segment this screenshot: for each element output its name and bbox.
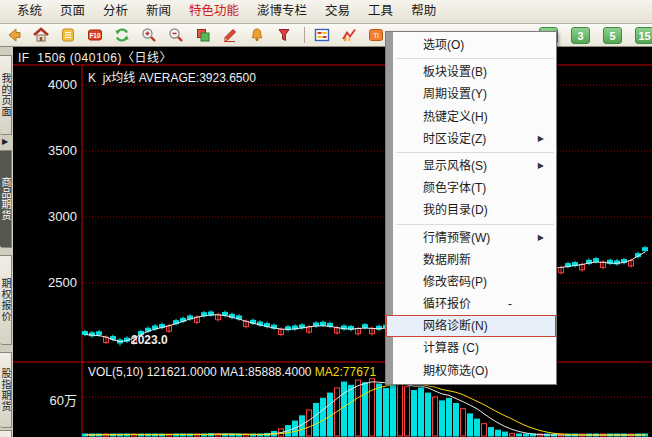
period-button-5[interactable]: 5 xyxy=(603,27,622,44)
svg-text:F10: F10 xyxy=(89,32,101,39)
menu-item-my-directory[interactable]: 我的目录(D) xyxy=(386,199,556,221)
notepad-icon[interactable] xyxy=(59,26,77,44)
chart-header: IF 1506 (040106)〈日线〉 xyxy=(18,48,172,65)
menu-separator xyxy=(396,224,554,225)
sidebar-expand-icon[interactable]: ▶ xyxy=(2,137,8,146)
volume-layer xyxy=(83,379,648,436)
f10-icon[interactable]: F10 xyxy=(86,26,104,44)
sidebar-tab-my-pages[interactable]: 我的页面 xyxy=(0,55,12,135)
menubar-item-help[interactable]: 帮助 xyxy=(402,0,445,23)
svg-text:Ti: Ti xyxy=(373,32,379,39)
sidebar-tab-option-quotes[interactable]: 期权报价 xyxy=(0,255,12,345)
home-icon[interactable] xyxy=(32,26,50,44)
period-button-15[interactable]: 15 xyxy=(635,27,652,44)
menu-item-change-password[interactable]: 修改密码(P) xyxy=(386,271,556,293)
period-button-3[interactable]: 3 xyxy=(571,27,590,44)
tools-menu: 选项(O) 板块设置(B) 周期设置(Y) 热键定义(H) 时区设定(Z)▶ 显… xyxy=(385,31,557,385)
menu-item-quote-alert[interactable]: 行情预警(W)▶ xyxy=(386,227,556,249)
volume-readout-main: VOL(5,10) 121621.0000 MA1:85888.4000 xyxy=(88,365,315,379)
app-window: 系统 页面 分析 新闻 特色功能 澎博专栏 交易 工具 帮助 F10 xyxy=(0,0,652,437)
back-arrow-icon[interactable] xyxy=(5,26,23,44)
menu-item-options[interactable]: 选项(O) xyxy=(386,34,556,56)
menubar-item-news[interactable]: 新闻 xyxy=(137,0,180,23)
price-tick-3000: 3000 xyxy=(33,209,77,224)
menubar-item-analysis[interactable]: 分析 xyxy=(94,0,137,23)
menu-item-display-style[interactable]: 显示风格(S)▶ xyxy=(386,155,556,177)
volume-tick-60w: 60万 xyxy=(37,390,77,409)
menu-item-network-diagnosis[interactable]: 网络诊断(N) xyxy=(386,315,556,337)
sidebar-tab-news-info[interactable]: 新闻资讯 xyxy=(0,430,12,437)
price-tick-4000: 4000 xyxy=(33,77,77,92)
menubar-item-pengbo-column[interactable]: 澎博专栏 xyxy=(248,0,316,23)
quote-grid-icon[interactable] xyxy=(313,26,331,44)
menu-item-hotkey-define[interactable]: 热键定义(H) xyxy=(386,106,556,128)
zoom-in-icon[interactable] xyxy=(140,26,158,44)
submenu-arrow-icon: ▶ xyxy=(538,128,544,150)
candles-layer xyxy=(83,246,648,346)
line-chart-icon[interactable] xyxy=(340,26,358,44)
refresh-icon[interactable] xyxy=(113,26,131,44)
menu-item-timezone[interactable]: 时区设定(Z)▶ xyxy=(386,128,556,150)
volume-readout-ma2: MA2:77671 xyxy=(315,365,376,379)
menu-shortcut: - xyxy=(508,293,512,315)
menu-item-option-filter[interactable]: 期权筛选(O) xyxy=(386,360,556,382)
gridlines xyxy=(83,85,652,397)
menubar-item-featured[interactable]: 特色功能 xyxy=(180,0,248,23)
menubar-item-trade[interactable]: 交易 xyxy=(316,0,359,23)
sidebar-tab-index-futures[interactable]: 股指期货 xyxy=(0,352,12,428)
indicator-readout: K jx均线 AVERAGE:3923.6500 xyxy=(88,68,256,85)
menubar-item-page[interactable]: 页面 xyxy=(51,0,94,23)
price-tick-2500: 2500 xyxy=(33,275,77,290)
tick-chart-icon[interactable]: Ti xyxy=(367,26,385,44)
volume-readout: VOL(5,10) 121621.0000 MA1:85888.4000 MA2… xyxy=(88,365,376,379)
bell-icon[interactable] xyxy=(248,26,266,44)
filter-icon[interactable] xyxy=(275,26,293,44)
menu-item-loop-quote[interactable]: 循环报价- xyxy=(386,293,556,315)
zoom-out-icon[interactable] xyxy=(167,26,185,44)
sidebar-tab-commodity-futures[interactable]: 商品期货 xyxy=(0,150,12,248)
sidebar: 我的页面 ▶ 商品期货 期权报价 股指期货 新闻资讯 xyxy=(0,47,13,437)
submenu-arrow-icon: ▶ xyxy=(538,155,544,177)
menu-item-calculator[interactable]: 计算器 (C) xyxy=(386,337,556,359)
menu-separator xyxy=(396,152,554,153)
menubar-item-system[interactable]: 系统 xyxy=(8,0,51,23)
menu-item-color-font[interactable]: 颜色字体(T) xyxy=(386,177,556,199)
price-tick-3500: 3500 xyxy=(33,143,77,158)
layers-icon[interactable] xyxy=(194,26,212,44)
menu-item-period-settings[interactable]: 周期设置(Y) xyxy=(386,83,556,105)
low-annotation: 2023.0 xyxy=(131,333,168,347)
menu-item-sector-settings[interactable]: 板块设置(B) xyxy=(386,61,556,83)
menu-item-data-refresh[interactable]: 数据刷新 xyxy=(386,249,556,271)
pencil-icon[interactable] xyxy=(221,26,239,44)
menu-separator xyxy=(396,58,554,59)
menu-bar: 系统 页面 分析 新闻 特色功能 澎博专栏 交易 工具 帮助 xyxy=(0,0,652,24)
menubar-item-tools[interactable]: 工具 xyxy=(359,0,402,23)
submenu-arrow-icon: ▶ xyxy=(538,227,544,249)
toolbar-separator xyxy=(304,27,305,43)
